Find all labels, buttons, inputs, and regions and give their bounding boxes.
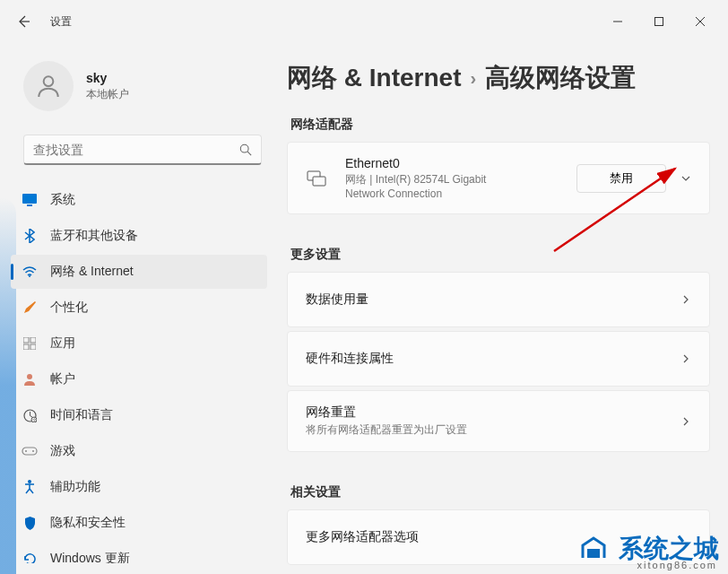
apps-icon [22,335,38,352]
chevron-down-icon[interactable] [680,173,691,184]
svg-rect-0 [655,18,663,26]
nav-label: 应用 [50,335,75,352]
close-icon [696,17,705,26]
svg-rect-3 [22,194,37,204]
network-reset-card: 网络重置 将所有网络适配器重置为出厂设置 [287,390,710,452]
card-sublabel: 将所有网络适配器重置为出厂设置 [306,422,666,438]
svg-rect-9 [30,344,36,350]
maximize-icon [654,17,663,26]
brush-icon [22,300,38,316]
card-label: 硬件和连接属性 [306,351,666,367]
section-more-title: 更多设置 [290,247,710,263]
svg-rect-7 [30,337,36,343]
svg-point-2 [240,144,248,152]
breadcrumb-current: 高级网络设置 [485,61,636,95]
user-profile[interactable]: sky 本地帐户 [7,54,278,129]
svg-point-5 [29,275,30,277]
minimize-button[interactable] [597,7,638,36]
title-bar: 设置 [0,0,728,43]
nav-label: 个性化 [50,300,88,316]
adapter-row-ethernet0[interactable]: Ethernet0 网络 | Intel(R) 82574L Gigabit N… [288,143,709,213]
svg-point-15 [25,450,27,452]
hardware-card: 硬件和连接属性 [287,331,710,387]
nav-label: 时间和语言 [50,407,113,423]
card-label: 网络重置 [306,404,666,421]
nav-label: 帐户 [50,371,75,387]
nav-label: Windows 更新 [50,551,130,563]
chevron-right-icon [680,353,691,364]
svg-rect-14 [22,448,37,455]
nav-label: 隐私和安全性 [50,515,126,531]
breadcrumb: 网络 & Internet › 高级网络设置 [287,61,710,95]
data-usage-card: 数据使用量 [287,272,710,327]
watermark-url: xitong86.com [637,560,717,570]
nav-item-system[interactable]: 系统 [11,183,267,217]
network-reset-row[interactable]: 网络重置 将所有网络适配器重置为出厂设置 [288,391,709,451]
profile-subtitle: 本地帐户 [86,87,129,102]
close-button[interactable] [680,7,721,36]
person-icon [34,72,63,100]
nav-list: 系统 蓝牙和其他设备 网络 & Internet 个性化 应用 帐户 [7,181,278,563]
main-content: 网络 & Internet › 高级网络设置 网络适配器 Ethernet0 网… [278,43,728,574]
svg-point-16 [32,450,34,452]
window-controls [597,7,721,36]
disable-adapter-button[interactable]: 禁用 [576,164,666,193]
sidebar: sky 本地帐户 系统 蓝牙和其他设备 网络 & Internet [0,43,278,574]
card-label: 数据使用量 [306,291,666,308]
chevron-right-icon [680,294,691,305]
section-adapters-title: 网络适配器 [290,117,710,133]
accounts-icon [22,371,38,387]
nav-label: 蓝牙和其他设备 [50,228,138,244]
nav-item-privacy[interactable]: 隐私和安全性 [11,506,267,540]
nav-label: 系统 [50,192,75,208]
nav-label: 网络 & Internet [50,264,134,280]
section-related-title: 相关设置 [290,484,710,500]
profile-name: sky [86,71,129,85]
adapter-card: Ethernet0 网络 | Intel(R) 82574L Gigabit N… [287,142,710,214]
shield-icon [22,515,38,531]
adapter-description: 网络 | Intel(R) 82574L Gigabit Network Con… [345,172,524,200]
svg-rect-21 [587,549,600,558]
search-icon [239,144,252,156]
nav-item-personalize[interactable]: 个性化 [11,291,267,325]
nav-item-apps[interactable]: 应用 [11,326,267,361]
watermark-logo-icon [576,531,611,567]
system-icon [22,192,38,208]
window-title: 设置 [50,14,72,30]
breadcrumb-parent[interactable]: 网络 & Internet [287,61,461,95]
nav-item-update[interactable]: Windows 更新 [11,542,267,563]
maximize-button[interactable] [638,7,680,36]
clock-icon: 文 [22,407,38,423]
update-icon [22,551,38,563]
nav-label: 辅助功能 [50,479,100,495]
svg-rect-4 [27,204,32,206]
svg-text:文: 文 [31,417,36,422]
accessibility-icon [22,479,38,495]
chevron-right-icon: › [470,68,476,89]
hardware-row[interactable]: 硬件和连接属性 [288,332,709,386]
search-box[interactable] [23,135,262,165]
avatar [23,61,74,111]
ethernet-icon [306,170,327,187]
nav-item-gaming[interactable]: 游戏 [11,434,267,468]
data-usage-row[interactable]: 数据使用量 [288,273,709,326]
adapter-name: Ethernet0 [345,156,576,170]
nav-item-accessibility[interactable]: 辅助功能 [11,470,267,504]
nav-item-network[interactable]: 网络 & Internet [11,255,267,289]
back-button[interactable] [14,13,32,30]
nav-item-accounts[interactable]: 帐户 [11,362,267,396]
gaming-icon [22,443,38,459]
nav-label: 游戏 [50,443,75,459]
arrow-left-icon [16,14,30,29]
svg-rect-6 [23,337,29,343]
svg-rect-19 [313,177,325,186]
minimize-icon [613,17,622,26]
svg-rect-8 [23,344,29,350]
nav-item-time[interactable]: 文 时间和语言 [11,398,267,432]
svg-point-17 [28,480,31,483]
search-input[interactable] [33,143,239,157]
svg-point-1 [44,76,54,86]
bluetooth-icon [22,228,38,244]
nav-item-bluetooth[interactable]: 蓝牙和其他设备 [11,219,267,253]
wifi-icon [22,264,38,280]
